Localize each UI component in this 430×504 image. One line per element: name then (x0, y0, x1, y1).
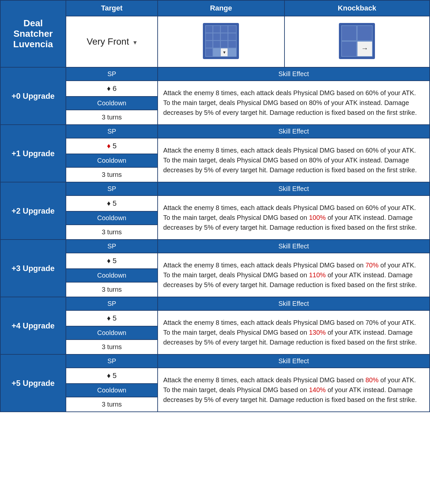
range-icon-cell: ▾ (158, 16, 284, 67)
upgrade-4-label: +4 Upgrade (0, 297, 66, 354)
svg-rect-5 (228, 26, 236, 33)
upgrade-4-sp-value: ♦ 5 (66, 310, 158, 326)
upgrade-1-sp-value: ♦ 5 (66, 138, 158, 154)
svg-rect-18 (228, 48, 236, 56)
upgrade-3-sp-header: SP (66, 240, 158, 253)
upgrade-2-effect-text: Attack the enemy 8 times, each attack de… (158, 196, 430, 240)
upgrade-3-cooldown-value: 3 turns (66, 282, 158, 297)
upgrade-1-header-row: +1 UpgradeSPSkill Effect (0, 125, 430, 138)
upgrade-5-label: +5 Upgrade (0, 354, 66, 412)
range-grid-icon: ▾ (203, 23, 239, 59)
skill-name: Deal Snatcher Luvencia (0, 0, 66, 67)
svg-rect-11 (213, 41, 220, 48)
upgrade-4-effect-header: Skill Effect (158, 297, 430, 310)
svg-rect-22 (342, 41, 357, 56)
upgrade-3-label: +3 Upgrade (0, 240, 66, 297)
upgrade-3-header-row: +3 UpgradeSPSkill Effect (0, 240, 430, 253)
svg-rect-13 (228, 41, 236, 48)
upgrade-0-effect-header: Skill Effect (158, 67, 430, 81)
upgrade-5-cooldown-value: 3 turns (66, 397, 158, 412)
svg-rect-4 (221, 26, 228, 33)
upgrade-1-effect-header: Skill Effect (158, 125, 430, 138)
upgrade-0-header-row: +0 UpgradeSPSkill Effect (0, 67, 430, 81)
upgrade-4-header-row: +4 UpgradeSPSkill Effect (0, 297, 430, 310)
upgrade-5-effect-header: Skill Effect (158, 354, 430, 368)
svg-rect-12 (221, 41, 228, 48)
skill-table: Deal Snatcher Luvencia Target Range Knoc… (0, 0, 430, 412)
svg-rect-9 (228, 33, 236, 40)
dropdown-arrow-icon[interactable]: ▾ (133, 39, 137, 46)
svg-rect-8 (221, 33, 228, 40)
upgrade-5-sp-header: SP (66, 354, 158, 368)
upgrade-4-cooldown-value: 3 turns (66, 340, 158, 354)
upgrade-3-effect-header: Skill Effect (158, 240, 430, 253)
upgrade-0-label: +0 Upgrade (0, 67, 66, 125)
diamond-icon: ♦ (107, 199, 110, 207)
upgrade-3-cooldown-label: Cooldown (66, 269, 158, 282)
upgrade-2-label: +2 Upgrade (0, 182, 66, 240)
upgrade-4-sp-header: SP (66, 297, 158, 310)
upgrade-1-cooldown-label: Cooldown (66, 154, 158, 167)
upgrade-0-effect-text: Attack the enemy 8 times, each attack de… (158, 81, 430, 125)
upgrade-0-sp-header: SP (66, 67, 158, 81)
diamond-icon: ♦ (107, 314, 110, 322)
upgrade-2-sp-header: SP (66, 182, 158, 196)
knockback-grid-icon: → (339, 23, 375, 59)
upgrade-3-sp-value: ♦ 5 (66, 253, 158, 269)
svg-rect-21 (357, 26, 372, 41)
target-value-cell[interactable]: Very Front ▾ (66, 16, 158, 67)
upgrade-2-header-row: +2 UpgradeSPSkill Effect (0, 182, 430, 196)
upgrade-1-sp-header: SP (66, 125, 158, 138)
upgrade-5-cooldown-label: Cooldown (66, 384, 158, 397)
target-header: Target (66, 0, 158, 16)
header-row: Deal Snatcher Luvencia Target Range Knoc… (0, 0, 430, 16)
upgrade-5-effect-text: Attack the enemy 8 times, each attack de… (158, 368, 430, 412)
svg-rect-2 (205, 26, 213, 33)
upgrade-2-effect-header: Skill Effect (158, 182, 430, 196)
upgrade-4-cooldown-label: Cooldown (66, 326, 158, 340)
upgrade-2-cooldown-value: 3 turns (66, 225, 158, 240)
svg-rect-6 (205, 33, 213, 40)
upgrade-0-sp-value: ♦ 6 (66, 81, 158, 96)
svg-rect-15 (213, 48, 220, 56)
upgrade-2-sp-value: ♦ 5 (66, 196, 158, 211)
upgrade-0-cooldown-value: 3 turns (66, 110, 158, 125)
upgrade-1-effect-text: Attack the enemy 8 times, each attack de… (158, 138, 430, 182)
diamond-icon: ♦ (107, 257, 110, 265)
upgrade-4-effect-text: Attack the enemy 8 times, each attack de… (158, 310, 430, 354)
diamond-icon: ♦ (107, 371, 110, 380)
svg-text:▾: ▾ (223, 50, 225, 55)
svg-rect-20 (342, 26, 357, 41)
svg-rect-7 (213, 33, 220, 40)
svg-rect-10 (205, 41, 213, 48)
upgrade-5-header-row: +5 UpgradeSPSkill Effect (0, 354, 430, 368)
svg-text:→: → (361, 44, 368, 52)
knockback-header: Knockback (284, 0, 430, 16)
range-header: Range (158, 0, 284, 16)
upgrade-0-cooldown-label: Cooldown (66, 96, 158, 110)
svg-rect-14 (205, 48, 213, 56)
diamond-icon: ♦ (107, 84, 110, 93)
upgrade-5-sp-value: ♦ 5 (66, 368, 158, 384)
upgrade-3-effect-text: Attack the enemy 8 times, each attack de… (158, 253, 430, 297)
upgrade-1-cooldown-value: 3 turns (66, 167, 158, 182)
knockback-icon-cell: → (284, 16, 430, 67)
upgrade-2-cooldown-label: Cooldown (66, 211, 158, 225)
upgrade-1-label: +1 Upgrade (0, 125, 66, 182)
diamond-icon: ♦ (107, 142, 110, 150)
svg-rect-3 (213, 26, 220, 33)
